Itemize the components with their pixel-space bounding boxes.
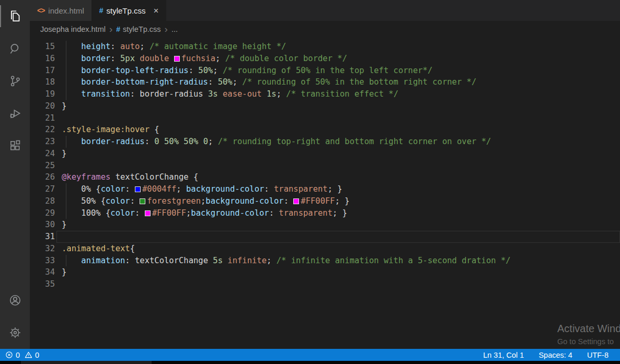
status-bar-right: Ln 31, Col 1Spaces: 4UTF-8 [483, 351, 615, 359]
code-line-16[interactable]: 16 border: 5px double fuchsia; /* double… [30, 53, 620, 65]
code-line-18[interactable]: 18 border-bottom-right-radius: 50%; /* r… [30, 76, 620, 88]
code-text [62, 160, 620, 172]
statusbar-item[interactable]: Ln 31, Col 1 [483, 351, 524, 359]
line-number[interactable]: 18 [30, 76, 62, 88]
activitybar-item-account[interactable] [0, 284, 30, 316]
code-line-20[interactable]: 20} [30, 100, 620, 112]
line-number[interactable]: 35 [30, 278, 62, 290]
code-text: transition: border-radius 3s ease-out 1s… [62, 88, 620, 100]
code-text: height: auto; /* automatic image height … [62, 41, 620, 53]
code-text: border-bottom-right-radius: 50%; /* roun… [62, 76, 620, 88]
code-line-15[interactable]: 15 height: auto; /* automatic image heig… [30, 41, 620, 53]
code-text: 0% {color: #0004ff; background-color: tr… [62, 183, 620, 195]
activitybar-item-explorer[interactable] [0, 0, 30, 32]
code-text: 100% {color: #FF00FF;background-color: t… [62, 207, 620, 219]
line-number[interactable]: 21 [30, 112, 62, 124]
line-number[interactable]: 33 [30, 255, 62, 267]
vscode-window: <>index.html#styleTp.css× Josepha index.… [0, 0, 620, 364]
activity-bar [0, 0, 30, 349]
close-icon[interactable]: × [154, 6, 159, 15]
gear-icon [8, 326, 22, 339]
code-lines: 15 height: auto; /* automatic image heig… [30, 41, 620, 290]
code-line-24[interactable]: 24} [30, 148, 620, 160]
breadcrumb-item[interactable]: Josepha index.html [40, 25, 106, 33]
chevron-right-icon: › [165, 24, 168, 35]
line-number[interactable]: 26 [30, 171, 62, 183]
line-number[interactable]: 17 [30, 65, 62, 77]
code-line-25[interactable]: 25 [30, 160, 620, 172]
activitybar-item-extensions[interactable] [0, 130, 30, 162]
code-editor[interactable]: 15 height: auto; /* automatic image heig… [30, 38, 620, 349]
chevron-right-icon: › [109, 24, 112, 35]
statusbar-item[interactable]: UTF-8 [587, 351, 608, 359]
code-text: 50% {color: forestgreen;background-color… [62, 195, 620, 207]
color-swatch[interactable] [174, 56, 180, 62]
activate-windows-watermark: Activate Wind Go to Settings to [557, 323, 620, 346]
line-number[interactable]: 29 [30, 207, 62, 219]
code-text: } [62, 266, 620, 278]
statusbar-item[interactable]: Spaces: 4 [538, 351, 572, 359]
code-line-32[interactable]: 32.animated-text{ [30, 243, 620, 255]
problems-status[interactable]: 0 0 [5, 351, 39, 359]
code-line-35[interactable]: 35 [30, 278, 620, 290]
line-number[interactable]: 16 [30, 53, 62, 65]
code-line-27[interactable]: 27 0% {color: #0004ff; background-color:… [30, 183, 620, 195]
activitybar-item-source-control[interactable] [0, 65, 30, 97]
code-text: border: 5px double fuchsia; /* double co… [62, 53, 620, 65]
search-icon [8, 42, 22, 55]
breadcrumb-item[interactable]: #styleTp.css [116, 25, 160, 33]
code-line-17[interactable]: 17 border-top-left-radius: 50%; /* round… [30, 65, 620, 77]
code-line-29[interactable]: 29 100% {color: #FF00FF;background-color… [30, 207, 620, 219]
css-hash-icon: # [99, 6, 103, 15]
code-text: animation: textColorChange 5s infinite; … [62, 255, 620, 267]
code-line-26[interactable]: 26@keyframes textColorChange { [30, 171, 620, 183]
line-number[interactable]: 27 [30, 183, 62, 195]
line-number[interactable]: 34 [30, 266, 62, 278]
line-number[interactable]: 15 [30, 41, 62, 53]
line-number[interactable]: 19 [30, 88, 62, 100]
code-line-23[interactable]: 23 border-radius: 0 50% 50% 0; /* roundi… [30, 136, 620, 148]
color-swatch[interactable] [140, 198, 145, 204]
color-swatch[interactable] [145, 210, 151, 216]
line-number[interactable]: 22 [30, 124, 62, 136]
files-icon [8, 9, 22, 23]
tab-styleTp.css[interactable]: #styleTp.css× [92, 0, 167, 21]
code-line-31[interactable]: 31 [30, 231, 620, 243]
tab-index.html[interactable]: <>index.html [30, 0, 92, 21]
code-text [62, 231, 620, 243]
code-text [62, 112, 620, 124]
code-text: border-radius: 0 50% 50% 0; /* rounding … [62, 136, 620, 148]
line-number[interactable]: 25 [30, 160, 62, 172]
code-line-30[interactable]: 30} [30, 219, 620, 231]
git-branch-icon [8, 74, 22, 88]
line-number[interactable]: 30 [30, 219, 62, 231]
extensions-icon [8, 139, 22, 152]
code-text: @keyframes textColorChange { [62, 171, 620, 183]
watermark-title: Activate Wind [557, 323, 620, 335]
line-number[interactable]: 28 [30, 195, 62, 207]
activitybar-item-run-debug[interactable] [0, 97, 30, 130]
code-line-28[interactable]: 28 50% {color: forestgreen;background-co… [30, 195, 620, 207]
breadcrumb-item[interactable]: ... [171, 25, 178, 33]
line-number[interactable]: 31 [30, 231, 62, 243]
line-number[interactable]: 23 [30, 136, 62, 148]
breadcrumb-label: Josepha index.html [40, 25, 106, 33]
code-line-34[interactable]: 34} [30, 266, 620, 278]
code-text: } [62, 219, 620, 231]
taskbar-segment [21, 361, 152, 364]
activitybar-item-search[interactable] [0, 32, 30, 65]
code-text: } [62, 148, 620, 160]
code-line-22[interactable]: 22.style-image:hover { [30, 124, 620, 136]
tab-label: index.html [48, 6, 84, 15]
code-line-33[interactable]: 33 animation: textColorChange 5s infinit… [30, 255, 620, 267]
line-number[interactable]: 20 [30, 100, 62, 112]
activitybar-item-settings[interactable] [0, 316, 30, 349]
code-line-21[interactable]: 21 [30, 112, 620, 124]
line-number[interactable]: 24 [30, 148, 62, 160]
error-icon [5, 351, 13, 359]
taskbar-strip [0, 361, 620, 364]
code-line-19[interactable]: 19 transition: border-radius 3s ease-out… [30, 88, 620, 100]
color-swatch[interactable] [135, 186, 141, 192]
color-swatch[interactable] [293, 198, 299, 204]
line-number[interactable]: 32 [30, 243, 62, 255]
